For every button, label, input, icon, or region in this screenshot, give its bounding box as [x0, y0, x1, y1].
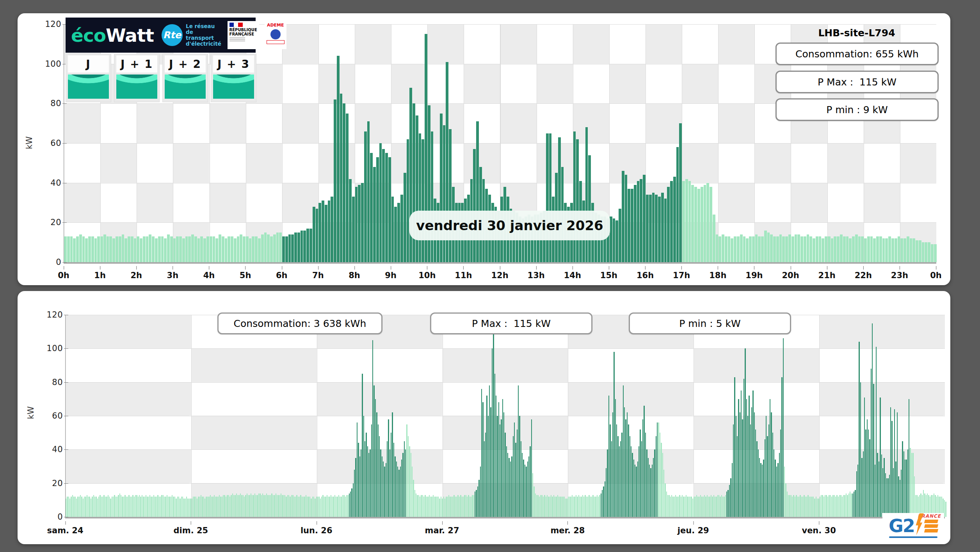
bar: [285, 236, 288, 262]
bar: [245, 495, 246, 517]
bar: [552, 497, 553, 517]
bar: [176, 236, 179, 262]
bar: [390, 449, 390, 517]
bar: [197, 499, 197, 517]
bar: [106, 497, 107, 517]
bar: [583, 497, 584, 517]
bar: [635, 465, 635, 517]
bar: [243, 236, 245, 262]
bar: [97, 236, 100, 262]
bar: [729, 485, 730, 517]
bar: [352, 197, 355, 262]
bar: [291, 234, 294, 262]
bar: [851, 493, 852, 517]
bar: [505, 433, 505, 517]
bar: [775, 460, 775, 517]
bar: [267, 234, 270, 262]
bar: [85, 238, 88, 262]
bar: [264, 233, 267, 262]
bar: [153, 495, 154, 517]
bar: [97, 499, 98, 517]
forecast-tile-j-plus-1[interactable]: J + 1: [114, 54, 160, 102]
bar: [888, 478, 888, 517]
bar: [96, 497, 96, 517]
bar: [703, 497, 704, 517]
bar: [303, 497, 304, 517]
bar: [662, 453, 663, 517]
bar: [906, 460, 907, 517]
bar: [270, 495, 271, 517]
bar: [597, 495, 598, 517]
bar: [462, 497, 462, 517]
bar: [279, 233, 282, 262]
bar: [561, 497, 562, 517]
bar: [537, 495, 538, 517]
bar: [560, 497, 560, 517]
x-tick-label: 7h: [312, 271, 324, 280]
forecast-tile-j-plus-2[interactable]: J + 2: [162, 54, 208, 102]
bar: [158, 236, 161, 262]
bar: [329, 497, 330, 517]
bar: [625, 419, 626, 517]
bar: [727, 490, 728, 517]
bar: [427, 497, 428, 517]
bar: [143, 236, 146, 262]
site-title: LHB-site-L794: [775, 27, 939, 39]
bar: [632, 453, 633, 517]
bar: [122, 234, 125, 262]
bar: [351, 488, 352, 517]
bar: [682, 181, 685, 262]
bar: [612, 412, 613, 517]
bar: [891, 238, 894, 262]
bar: [502, 399, 503, 517]
bar: [725, 495, 726, 517]
y-tick-label: 60: [50, 138, 61, 148]
bar: [904, 451, 904, 517]
bar: [128, 236, 130, 262]
bar: [161, 236, 164, 262]
bar: [240, 234, 242, 262]
bar: [318, 497, 319, 517]
bar: [640, 179, 642, 263]
bar: [645, 433, 646, 517]
bar: [76, 236, 79, 262]
bar: [781, 377, 782, 517]
bar: [122, 497, 123, 517]
bar: [507, 453, 508, 517]
bar: [713, 495, 714, 517]
bar: [450, 497, 450, 517]
bar: [386, 463, 386, 517]
bar: [646, 195, 649, 262]
bar: [879, 461, 879, 517]
weekly-stat-pmax: P Max : 115 kW: [430, 312, 592, 334]
bar: [772, 433, 773, 517]
bar: [876, 347, 877, 517]
bar: [265, 495, 266, 517]
bar: [149, 495, 150, 517]
bar: [248, 495, 249, 517]
bar: [308, 497, 309, 517]
bar: [409, 446, 410, 517]
bar: [830, 495, 831, 517]
bar: [421, 495, 422, 517]
bar: [809, 497, 810, 517]
bar: [779, 234, 782, 262]
bar: [783, 338, 784, 517]
bar: [189, 499, 190, 517]
bar: [134, 497, 135, 517]
bar: [324, 497, 325, 517]
bar: [766, 416, 767, 517]
bar: [304, 497, 305, 517]
forecast-tile-j-plus-3[interactable]: J + 3: [211, 54, 256, 102]
bar: [764, 231, 767, 262]
bar: [619, 446, 620, 517]
forecast-tile-j[interactable]: J: [66, 54, 111, 102]
bar: [669, 495, 669, 517]
bar: [219, 234, 221, 262]
bar: [227, 495, 228, 517]
bar: [116, 236, 118, 262]
bar: [751, 407, 752, 517]
bar: [827, 497, 828, 517]
bar: [900, 480, 900, 517]
bar: [159, 497, 160, 517]
